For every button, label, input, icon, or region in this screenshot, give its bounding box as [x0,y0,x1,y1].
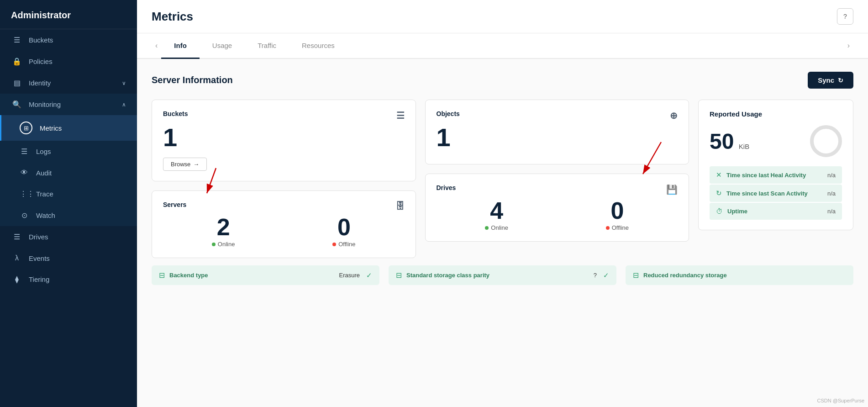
tab-usage[interactable]: Usage [200,33,245,59]
sidebar: Administrator ☰ Buckets 🔒 Policies ▤ Ide… [0,0,137,407]
buckets-card-icon: ☰ [396,110,405,121]
section-title: Server Information [152,75,233,85]
sidebar-item-identity[interactable]: ▤ Identity ∨ [0,72,137,94]
drives-offline-dot [606,226,610,230]
drives-card: Drives 💾 4 Online 0 [425,174,689,242]
sidebar-item-label: Monitoring [29,100,115,108]
sidebar-item-label: Metrics [40,124,126,132]
sidebar-item-audit[interactable]: 👁 Audit [0,162,137,183]
sidebar-item-tiering[interactable]: ⧫ Tiering [0,269,137,290]
objects-card-icon: ⊕ [670,110,678,121]
page-title: Metrics [152,10,193,24]
watch-icon: ⊙ [20,211,29,220]
identity-icon: ▤ [12,79,21,87]
storage-value: ? [594,272,597,279]
sidebar-item-policies[interactable]: 🔒 Policies [0,51,137,72]
middle-cards-col: Objects ⊕ 1 Drives 💾 4 [425,100,689,258]
uptime-row: ⏱ Uptime n/a [710,203,842,220]
main-content-area: Server Information Sync ↻ Buckets ☰ 1 Br… [137,59,868,407]
tabs-bar: ‹ Info Usage Traffic Resources › [137,33,868,59]
sync-button[interactable]: Sync ↻ [808,72,853,89]
tab-prev-arrow[interactable]: ‹ [152,37,161,54]
drives-offline-item: 0 Offline [557,199,678,231]
servers-offline-value: 0 [337,215,351,239]
sidebar-item-logs[interactable]: ☰ Logs [0,141,137,162]
backend-check: ✓ [366,271,372,280]
sidebar-item-label: Audit [36,169,126,177]
servers-online-value: 2 [217,215,230,239]
right-panel: Reported Usage 50 KiB ✕ Time since last … [698,100,853,258]
heal-icon: ✕ [716,171,722,179]
tab-resources[interactable]: Resources [289,33,347,59]
usage-unit: KiB [739,143,749,150]
policies-icon: 🔒 [12,57,21,66]
sidebar-item-events[interactable]: λ Events [0,248,137,269]
servers-online-item: 2 Online [163,215,284,248]
bottom-cards: ⊟ Backend type Erasure ✓ ⊟ Standard stor… [152,265,853,285]
help-button[interactable]: ? [837,8,853,25]
servers-offline-item: 0 Offline [284,215,404,248]
drives-online-item: 4 Online [437,199,557,231]
sidebar-header: Administrator [0,0,137,29]
chevron-down-icon: ∨ [122,80,126,86]
storage-class-card: ⊟ Standard storage class parity ? ✓ [389,265,616,285]
sidebar-item-metrics[interactable]: ⊞ Metrics [0,115,137,141]
storage-icon: ⊟ [396,271,402,280]
backend-type-card: ⊟ Backend type Erasure ✓ [152,265,379,285]
tab-info[interactable]: Info [161,33,200,59]
reported-usage-card: Reported Usage 50 KiB ✕ Time since last … [698,100,853,230]
servers-card: Servers 🗄 2 Online 0 [152,190,416,258]
sidebar-item-drives[interactable]: ☰ Drives [0,226,137,248]
sidebar-item-watch[interactable]: ⊙ Watch [0,205,137,226]
servers-online-label: Online [212,241,235,248]
sidebar-item-label: Drives [29,233,126,241]
sidebar-item-monitoring[interactable]: 🔍 Monitoring ∧ [0,94,137,115]
drives-status-row: 4 Online 0 Offline [437,199,678,231]
monitoring-icon: 🔍 [12,100,21,109]
tiering-icon: ⧫ [12,275,21,284]
metrics-icon: ⊞ [20,122,32,134]
tab-traffic[interactable]: Traffic [245,33,289,59]
backend-label: Backend type [169,272,334,279]
redundancy-label: Reduced redundancy storage [643,272,842,279]
sidebar-item-label: Events [29,254,126,262]
sidebar-item-label: Policies [29,58,126,65]
sidebar-item-label: Watch [36,211,126,219]
usage-number-group: 50 KiB [710,129,749,154]
uptime-icon: ⏱ [716,207,723,215]
sync-label: Sync [818,76,834,84]
drives-online-dot [485,226,489,230]
sidebar-item-trace[interactable]: ⋮⋮ Trace [0,183,137,205]
objects-value: 1 [437,125,678,150]
usage-number: 50 [710,129,734,153]
section-header-row: Server Information Sync ↻ [152,72,853,89]
heal-label: Time since last Heal Activity [726,172,823,179]
storage-check: ✓ [603,271,609,280]
watermark: CSDN @SuperPurse [817,398,864,403]
sidebar-item-buckets[interactable]: ☰ Buckets [0,29,137,51]
chevron-up-icon: ∧ [122,101,126,108]
main-content: Metrics ? ‹ Info Usage Traffic Resources… [137,0,868,407]
trace-icon: ⋮⋮ [20,190,29,198]
info-rows: ✕ Time since last Heal Activity n/a ↻ Ti… [710,166,842,220]
heal-value: n/a [827,172,836,179]
events-icon: λ [12,254,21,262]
uptime-label: Uptime [727,208,823,215]
scan-icon: ↻ [716,189,722,197]
scan-value: n/a [827,190,836,197]
scan-label: Time since last Scan Activity [726,190,823,197]
buckets-card: Buckets ☰ 1 Browse → [152,100,416,181]
objects-card-title: Objects ⊕ [437,110,678,121]
drives-offline-value: 0 [610,199,624,222]
tab-next-arrow[interactable]: › [844,37,853,54]
buckets-icon: ☰ [12,36,21,44]
main-header: Metrics ? [137,0,868,33]
cards-grid: Buckets ☰ 1 Browse → Servers 🗄 [152,100,853,258]
drives-offline-label: Offline [606,224,629,231]
audit-icon: 👁 [20,169,29,177]
browse-button[interactable]: Browse → [163,158,207,171]
servers-card-icon: 🗄 [395,201,405,211]
left-cards-col: Buckets ☰ 1 Browse → Servers 🗄 [152,100,416,258]
buckets-value: 1 [163,125,405,150]
sidebar-item-label: Logs [36,148,126,155]
